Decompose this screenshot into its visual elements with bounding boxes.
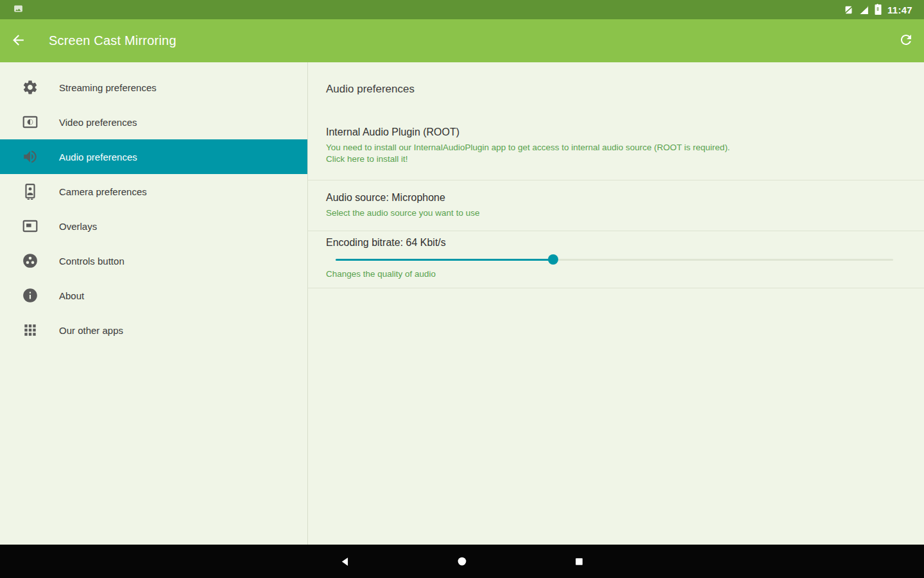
back-button[interactable]	[0, 19, 36, 62]
slider-fill	[336, 259, 553, 261]
app-bar: Screen Cast Mirroring	[0, 19, 924, 62]
sidebar-item-about[interactable]: About	[0, 278, 307, 313]
sidebar-item-streaming-preferences[interactable]: Streaming preferences	[0, 70, 307, 105]
slider-track	[336, 259, 893, 261]
pref-summary: Changes the quality of audio	[326, 268, 909, 280]
nav-recents-button[interactable]	[563, 546, 594, 577]
android-screen: 11:47 Screen Cast Mirroring	[0, 0, 924, 578]
refresh-button[interactable]	[888, 19, 924, 62]
nav-home-button[interactable]	[447, 546, 477, 577]
back-triangle-icon	[340, 556, 351, 567]
notification-icon	[13, 3, 24, 17]
battery-icon	[874, 4, 882, 15]
pref-title: Encoding bitrate: 64 Kbit/s	[326, 237, 909, 249]
pref-title: Internal Audio Plugin (ROOT)	[326, 127, 909, 138]
camera-icon	[21, 182, 39, 200]
sidebar-item-label: Camera preferences	[59, 186, 147, 197]
navigation-bar	[0, 545, 924, 578]
status-right-icons: 11:47	[843, 4, 918, 15]
pref-encoding-bitrate[interactable]: Encoding bitrate: 64 Kbit/s Changes the …	[308, 231, 924, 288]
gear-icon	[21, 78, 39, 96]
page-title: Audio preferences	[326, 83, 924, 96]
speaker-icon	[21, 148, 39, 166]
no-sim-icon	[843, 4, 854, 15]
bitrate-slider[interactable]	[336, 254, 893, 265]
pref-title: Audio source: Microphone	[326, 192, 909, 204]
sidebar-item-label: Controls button	[59, 256, 124, 267]
content-area: Streaming preferences Video preferences …	[0, 62, 924, 545]
overlay-icon	[21, 217, 39, 235]
sidebar-item-label: Our other apps	[59, 325, 123, 336]
pref-audio-source[interactable]: Audio source: Microphone Select the audi…	[308, 180, 924, 231]
sidebar-item-our-other-apps[interactable]: Our other apps	[0, 313, 307, 347]
refresh-icon	[898, 32, 914, 49]
app-title: Screen Cast Mirroring	[49, 33, 176, 48]
home-circle-icon	[456, 556, 468, 567]
video-icon	[21, 113, 39, 131]
divider	[308, 288, 924, 288]
sidebar-item-label: Audio preferences	[59, 152, 137, 162]
status-left-icons	[6, 3, 24, 17]
sidebar-item-label: Video preferences	[59, 117, 137, 128]
nav-back-button[interactable]	[330, 546, 361, 577]
sidebar-item-label: About	[59, 290, 84, 301]
sidebar-item-controls-button[interactable]: Controls button	[0, 243, 307, 278]
status-bar: 11:47	[0, 0, 924, 19]
controls-icon	[21, 252, 39, 270]
info-icon	[21, 286, 39, 304]
sidebar-item-audio-preferences[interactable]: Audio preferences	[0, 139, 307, 174]
sidebar-item-overlays[interactable]: Overlays	[0, 209, 307, 243]
sidebar-item-label: Streaming preferences	[59, 82, 157, 93]
sidebar-item-label: Overlays	[59, 221, 97, 232]
pref-summary-link: Click here to install it!	[326, 153, 909, 165]
settings-sidebar: Streaming preferences Video preferences …	[0, 62, 308, 545]
recents-square-icon	[574, 556, 585, 567]
sidebar-item-video-preferences[interactable]: Video preferences	[0, 105, 307, 139]
no-signal-icon	[859, 4, 869, 15]
pref-internal-audio-plugin[interactable]: Internal Audio Plugin (ROOT) You need to…	[308, 96, 924, 180]
pref-summary: Select the audio source you want to use	[326, 207, 909, 219]
arrow-back-icon	[10, 32, 26, 50]
apps-grid-icon	[21, 321, 39, 339]
status-time: 11:47	[887, 4, 912, 15]
pref-summary: You need to install our InternalAudioPlu…	[326, 142, 909, 153]
settings-detail-pane: Audio preferences Internal Audio Plugin …	[308, 62, 924, 545]
sidebar-item-camera-preferences[interactable]: Camera preferences	[0, 174, 307, 209]
slider-thumb[interactable]	[548, 254, 558, 265]
